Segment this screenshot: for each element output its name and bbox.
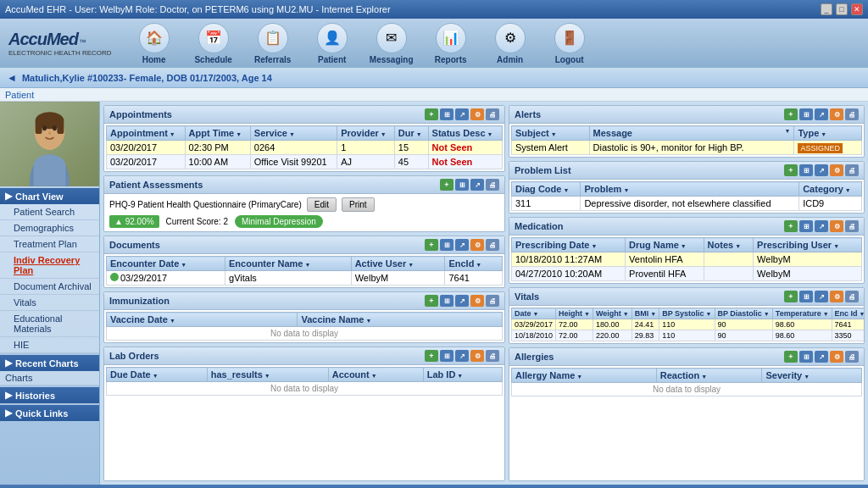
phq-edit-btn[interactable]: Edit [307, 197, 337, 212]
col-active-user[interactable]: Active User▼ [351, 257, 445, 271]
table-row[interactable]: 03/20/2017 10:00 AM Office Visit 99201 A… [107, 155, 503, 169]
table-row[interactable]: 03/29/2017 72.00 180.00 24.41 110 90 98.… [512, 319, 865, 330]
allergies-export-btn[interactable]: ↗ [815, 351, 828, 363]
sidebar-item-vitals[interactable]: Vitals [0, 295, 99, 311]
medication-add-btn[interactable]: + [784, 220, 798, 232]
col-prescribing-user[interactable]: Prescribing User▼ [754, 238, 862, 252]
col-prescribing-date[interactable]: Prescribing Date▼ [512, 238, 626, 252]
maximize-button[interactable]: □ [836, 3, 848, 15]
vitals-print-btn[interactable]: 🖨 [845, 291, 859, 302]
col-has-results[interactable]: has_results▼ [207, 368, 328, 382]
nav-schedule[interactable]: 📅 Schedule [188, 23, 239, 64]
documents-view-btn[interactable]: ⊞ [440, 239, 453, 251]
allergies-view-btn[interactable]: ⊞ [799, 351, 813, 363]
col-enc-date[interactable]: Encounter Date▼ [107, 257, 225, 271]
col-bp-dia[interactable]: BP Diastolic▼ [715, 308, 772, 319]
appointments-settings-btn[interactable]: ⚙ [470, 108, 484, 120]
minimize-button[interactable]: _ [821, 3, 832, 15]
col-height[interactable]: Height▼ [556, 308, 593, 319]
allergies-settings-btn[interactable]: ⚙ [830, 351, 843, 363]
assessments-view-btn[interactable]: ⊞ [455, 179, 469, 191]
col-enc-id[interactable]: Enc Id▼ [832, 308, 865, 319]
medication-print-btn[interactable]: 🖨 [845, 220, 859, 232]
sidebar-item-educational[interactable]: Educational Materials [0, 311, 99, 337]
documents-export-btn[interactable]: ↗ [455, 239, 469, 251]
sidebar-item-doc-archival[interactable]: Document Archival [0, 279, 99, 295]
back-arrow-icon[interactable]: ◄ [7, 72, 17, 84]
immunization-settings-btn[interactable]: ⚙ [470, 295, 484, 307]
col-reaction[interactable]: Reaction▼ [656, 369, 762, 383]
alerts-export-btn[interactable]: ↗ [815, 108, 828, 120]
col-subject[interactable]: Subject▼ [512, 126, 590, 141]
medication-settings-btn[interactable]: ⚙ [830, 220, 843, 232]
nav-messaging[interactable]: ✉ Messaging [366, 23, 417, 64]
medication-export-btn[interactable]: ↗ [815, 220, 828, 232]
quick-links-section[interactable]: ▶ Quick Links [0, 405, 99, 421]
chart-view-section[interactable]: ▶ Chart View [0, 188, 99, 204]
recent-charts-section[interactable]: ▶ Recent Charts [0, 355, 99, 371]
nav-reports[interactable]: 📊 Reports [426, 23, 476, 64]
col-bmi[interactable]: BMI▼ [632, 308, 659, 319]
col-due-date[interactable]: Due Date▼ [107, 368, 208, 382]
col-allergy-name[interactable]: Allergy Name▼ [512, 369, 657, 383]
histories-section[interactable]: ▶ Histories [0, 387, 99, 403]
allergies-add-btn[interactable]: + [784, 351, 798, 363]
table-row[interactable]: 10/18/2010 11:27AM Ventolin HFA WelbyM [512, 252, 862, 267]
table-row[interactable]: System Alert Diastolic is 90+, monitor f… [512, 141, 862, 155]
col-appt-time[interactable]: Appt Time▼ [185, 126, 250, 141]
appointments-view-btn[interactable]: ⊞ [440, 108, 453, 120]
col-appointment[interactable]: Appointment▼ [107, 126, 186, 141]
sidebar-item-patient-search[interactable]: Patient Search [0, 204, 99, 220]
col-drug-name[interactable]: Drug Name▼ [626, 238, 704, 252]
col-provider[interactable]: Provider▼ [337, 126, 395, 141]
documents-settings-btn[interactable]: ⚙ [470, 239, 484, 251]
lab-orders-export-btn[interactable]: ↗ [455, 350, 469, 362]
table-row[interactable]: 03/29/2017 gVitals WelbyM 7641 [107, 271, 503, 286]
nav-referrals[interactable]: 📋 Referrals [248, 23, 298, 64]
sidebar-item-hie[interactable]: HIE [0, 337, 99, 353]
vitals-view-btn[interactable]: ⊞ [799, 291, 813, 302]
alerts-print-btn[interactable]: 🖨 [845, 108, 859, 120]
documents-print-btn[interactable]: 🖨 [486, 239, 499, 251]
immunization-print-btn[interactable]: 🖨 [486, 295, 499, 307]
col-dur[interactable]: Dur▼ [394, 126, 428, 141]
sidebar-item-demographics[interactable]: Demographics [0, 220, 99, 236]
assessments-export-btn[interactable]: ↗ [470, 179, 484, 191]
problems-export-btn[interactable]: ↗ [815, 164, 828, 176]
nav-admin[interactable]: ⚙ Admin [485, 23, 536, 64]
alerts-view-btn[interactable]: ⊞ [799, 108, 813, 120]
col-bp-sys[interactable]: BP Systolic▼ [659, 308, 715, 319]
table-row[interactable]: 03/20/2017 02:30 PM 0264 1 15 Not Seen [107, 141, 503, 155]
immunization-view-btn[interactable]: ⊞ [440, 295, 453, 307]
vitals-add-btn[interactable]: + [784, 291, 798, 302]
immunization-export-btn[interactable]: ↗ [455, 295, 469, 307]
col-account[interactable]: Account▼ [328, 368, 423, 382]
col-problem[interactable]: Problem▼ [581, 182, 799, 197]
breadcrumb-patient-link[interactable]: Patient [5, 90, 34, 100]
appointments-print-btn[interactable]: 🖨 [486, 108, 499, 120]
vitals-settings-btn[interactable]: ⚙ [830, 291, 843, 302]
col-weight[interactable]: Weight▼ [593, 308, 632, 319]
sidebar-item-treatment-plan[interactable]: Treatment Plan [0, 236, 99, 252]
assessments-add-btn[interactable]: + [440, 179, 453, 191]
col-vaccine-date[interactable]: Vaccine Date▼ [107, 313, 298, 327]
problems-add-btn[interactable]: + [784, 164, 798, 176]
col-diag-code[interactable]: Diag Code▼ [512, 182, 581, 197]
lab-orders-settings-btn[interactable]: ⚙ [470, 350, 484, 362]
col-enc-name[interactable]: Encounter Name▼ [225, 257, 352, 271]
immunization-add-btn[interactable]: + [425, 295, 438, 307]
col-encid[interactable]: EncId▼ [445, 257, 503, 271]
col-severity[interactable]: Severity▼ [762, 369, 862, 383]
col-message[interactable]: Message▼ [589, 126, 794, 141]
close-button[interactable]: ✕ [851, 3, 863, 15]
table-row[interactable]: 04/27/2010 10:20AM Proventil HFA WelbyM [512, 267, 862, 281]
charts-item[interactable]: Charts [0, 371, 99, 385]
assessments-print-btn[interactable]: 🖨 [486, 179, 499, 191]
nav-home[interactable]: 🏠 Home [129, 23, 180, 64]
alerts-settings-btn[interactable]: ⚙ [830, 108, 843, 120]
col-date[interactable]: Date▼ [512, 308, 556, 319]
col-category[interactable]: Category▼ [799, 182, 862, 197]
col-type[interactable]: Type▼ [794, 126, 862, 141]
col-status[interactable]: Status Desc▼ [428, 126, 502, 141]
appointments-add-btn[interactable]: + [425, 108, 438, 120]
